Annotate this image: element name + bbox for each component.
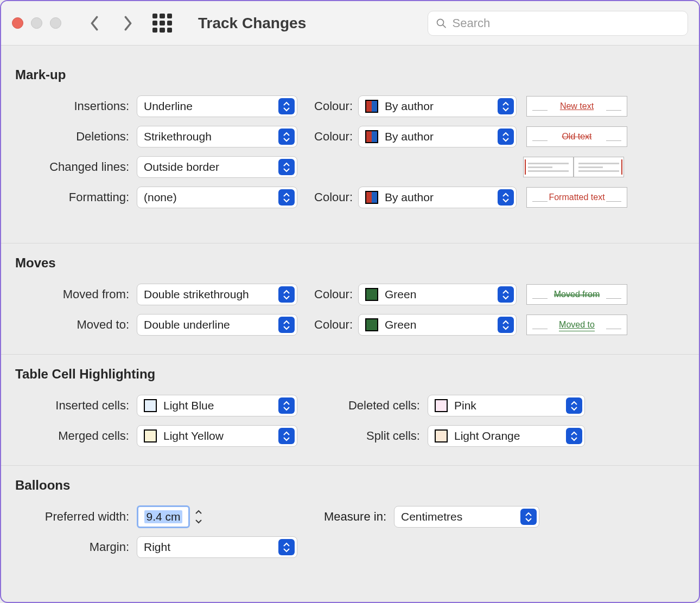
formatting-colour-value: By author — [385, 191, 434, 204]
moved-from-select-value: Double strikethrough — [144, 288, 249, 301]
margin-select[interactable]: Right — [137, 536, 297, 558]
back-button[interactable] — [81, 12, 108, 34]
moved-to-colour-value: Green — [385, 318, 416, 331]
stepper-up-button[interactable] — [193, 508, 204, 516]
insertions-preview: New text — [526, 96, 627, 117]
lightblue-swatch-icon — [144, 399, 157, 412]
balloons-section-title: Balloons — [15, 478, 685, 493]
zoom-window-button[interactable] — [50, 17, 61, 29]
formatting-label: Formatting: — [15, 190, 137, 204]
lightyellow-swatch-icon — [144, 429, 157, 442]
moved-to-colour-select[interactable]: Green — [358, 314, 517, 336]
merged-cells-label: Merged cells: — [15, 429, 137, 443]
moved-from-colour-label: Colour: — [301, 287, 358, 302]
chevron-updown-icon — [566, 428, 582, 444]
merged-cells-select[interactable]: Light Yellow — [137, 425, 297, 447]
measure-in-label: Measure in: — [318, 510, 394, 524]
moved-from-preview-text: Moved from — [554, 290, 600, 299]
moved-to-colour-label: Colour: — [301, 318, 358, 332]
deletions-colour-select[interactable]: By author — [358, 126, 517, 147]
deletions-select-value: Strikethrough — [144, 130, 212, 143]
insertions-label: Insertions: — [15, 99, 137, 113]
preferred-width-label: Preferred width: — [15, 510, 137, 524]
search-icon — [436, 17, 447, 29]
markup-section-title: Mark-up — [15, 67, 685, 82]
chevron-updown-icon — [278, 129, 295, 145]
show-all-icon[interactable] — [152, 14, 172, 33]
split-cells-select[interactable]: Light Orange — [428, 425, 585, 447]
split-cells-label: Split cells: — [319, 429, 428, 443]
insertions-colour-label: Colour: — [301, 99, 358, 113]
pink-swatch-icon — [435, 399, 448, 412]
changed-lines-preview — [523, 157, 624, 177]
formatting-colour-select[interactable]: By author — [358, 187, 517, 208]
chevron-updown-icon — [278, 159, 295, 175]
formatting-select[interactable]: (none) — [137, 187, 297, 208]
minimize-window-button[interactable] — [31, 17, 42, 29]
inserted-cells-select[interactable]: Light Blue — [137, 395, 297, 416]
chevron-updown-icon — [278, 539, 295, 555]
chevron-updown-icon — [278, 189, 295, 206]
stepper-down-button[interactable] — [193, 517, 204, 526]
formatting-preview-text: Formatted text — [549, 193, 604, 202]
preferred-width-input[interactable]: 9.4 cm — [137, 505, 190, 528]
margin-label: Margin: — [15, 540, 137, 554]
green-swatch-icon — [365, 288, 378, 301]
moves-section-title: Moves — [15, 255, 685, 271]
chevron-updown-icon — [278, 286, 295, 303]
changed-lines-select[interactable]: Outside border — [137, 156, 297, 178]
deletions-colour-value: By author — [385, 130, 434, 143]
chevron-updown-icon — [498, 189, 514, 206]
search-field-wrap[interactable] — [428, 11, 688, 36]
section-divider — [1, 243, 699, 243]
chevron-updown-icon — [278, 98, 295, 114]
toolbar: Track Changes — [1, 1, 699, 46]
chevron-updown-icon — [566, 397, 582, 414]
chevron-updown-icon — [498, 317, 514, 333]
inserted-cells-value: Light Blue — [163, 399, 214, 412]
insertions-preview-text: New text — [560, 101, 594, 111]
chevron-updown-icon — [278, 317, 295, 333]
chevron-updown-icon — [498, 98, 514, 114]
deletions-label: Deletions: — [15, 130, 137, 144]
search-input[interactable] — [453, 16, 680, 30]
section-divider — [1, 465, 699, 466]
moved-to-select-value: Double underline — [144, 318, 230, 331]
moved-from-label: Moved from: — [15, 287, 137, 302]
preferred-width-stepper: 9.4 cm — [137, 505, 204, 528]
chevron-updown-icon — [498, 129, 514, 145]
window-traffic-lights — [12, 17, 61, 29]
insertions-colour-select[interactable]: By author — [358, 95, 517, 117]
author-colour-swatch-icon — [365, 191, 378, 204]
deleted-cells-value: Pink — [454, 399, 476, 412]
moved-from-colour-select[interactable]: Green — [358, 284, 517, 305]
author-colour-swatch-icon — [365, 100, 378, 113]
measure-in-select[interactable]: Centimetres — [394, 506, 539, 528]
measure-in-value: Centimetres — [401, 510, 462, 523]
section-divider — [1, 354, 699, 355]
moved-to-preview: Moved to — [526, 315, 627, 335]
svg-line-1 — [443, 24, 446, 27]
moved-from-preview: Moved from — [526, 284, 627, 305]
deleted-cells-select[interactable]: Pink — [428, 395, 585, 416]
chevron-updown-icon — [278, 397, 295, 414]
formatting-select-value: (none) — [144, 191, 177, 204]
preferred-width-value: 9.4 cm — [144, 510, 182, 523]
green-swatch-icon — [365, 318, 378, 331]
moved-to-select[interactable]: Double underline — [137, 314, 297, 336]
close-window-button[interactable] — [12, 17, 23, 29]
changed-lines-label: Changed lines: — [15, 160, 137, 174]
deletions-preview-text: Old text — [562, 132, 591, 142]
insertions-colour-value: By author — [385, 100, 434, 113]
table-highlight-section-title: Table Cell Highlighting — [15, 367, 685, 382]
forward-button[interactable] — [114, 12, 142, 34]
formatting-colour-label: Colour: — [301, 190, 358, 204]
deletions-select[interactable]: Strikethrough — [137, 126, 297, 147]
chevron-updown-icon — [520, 509, 537, 525]
deleted-cells-label: Deleted cells: — [319, 399, 428, 413]
page-title: Track Changes — [198, 15, 306, 32]
moved-to-preview-text: Moved to — [559, 320, 595, 330]
insertions-select-value: Underline — [144, 100, 193, 113]
insertions-select[interactable]: Underline — [137, 95, 297, 117]
moved-from-select[interactable]: Double strikethrough — [137, 284, 297, 305]
